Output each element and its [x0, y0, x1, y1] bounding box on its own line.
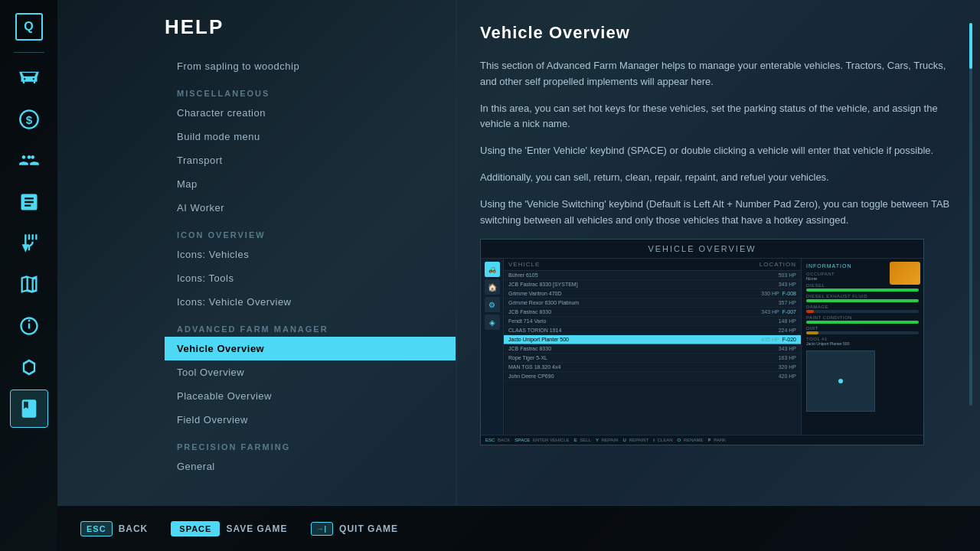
preview-table-row[interactable]: JCB Fastrac 8330343 HP	[504, 344, 801, 354]
preview-table-row[interactable]: CLAAS TORION 1914224 HP	[504, 326, 801, 335]
preview-content: 🚜 🏠 ⚙ ◈ VEHICLE LOCATION Bührer 6105503 …	[481, 259, 923, 441]
back-button[interactable]: ESC BACK	[80, 521, 148, 536]
map-dot	[838, 379, 843, 383]
section-header: MISCELLANEOUS	[165, 83, 456, 101]
menu-item[interactable]: AI Worker	[165, 196, 456, 220]
stat-exhaust: DIESEL EXHAUST FLUID	[806, 294, 919, 302]
menu-item[interactable]: Placeable Overview	[165, 384, 456, 408]
col-vehicle: VEHICLE	[508, 261, 750, 268]
preview-rows: Bührer 6105503 HPJCB Fastrac 8330 [SYSTE…	[504, 271, 801, 381]
menu-item[interactable]: Field Overview	[165, 408, 456, 432]
sidebar-item-finance[interactable]: $	[10, 100, 48, 139]
quit-game-button[interactable]: →| QUIT GAME	[311, 522, 399, 536]
sidebar-item-map[interactable]	[10, 266, 48, 304]
preview-table-row[interactable]: Fendt 714 Vario148 HP	[504, 317, 801, 326]
menu-item[interactable]: Build mode menu	[165, 125, 456, 148]
preview-table-row[interactable]: MAN TGS 18.320 4x4320 HP	[504, 363, 801, 372]
content-paragraphs: This section of Advanced Farm Manager he…	[480, 58, 957, 228]
quit-game-label: QUIT GAME	[339, 523, 398, 534]
menu-item[interactable]: Icons: Vehicles	[165, 243, 456, 266]
menu-item[interactable]: From sapling to woodchip	[165, 54, 456, 78]
stat-paint: PAINT CONDITION	[806, 315, 919, 324]
help-title: HELP	[165, 15, 456, 39]
preview-table-row[interactable]: Grimme Varitron 470D330 HPF-008	[504, 289, 801, 298]
right-panel: Vehicle Overview This section of Advance…	[457, 0, 980, 505]
menu-item[interactable]: Character creation	[165, 101, 456, 125]
preview-table-header: VEHICLE LOCATION	[504, 259, 801, 271]
stat-damage: DAMAGE	[806, 305, 919, 313]
sidebar-item-notes[interactable]	[10, 183, 48, 221]
sidebar: Q $	[0, 0, 57, 551]
preview-vehicle-image	[890, 262, 920, 285]
sidebar-item-vehicles[interactable]	[10, 59, 48, 97]
preview-icon-2: 🏠	[485, 279, 500, 295]
preview-table-row[interactable]: Rope Tiger 5-XL163 HP	[504, 354, 801, 363]
sidebar-item-help[interactable]	[10, 390, 48, 428]
scroll-indicator[interactable]	[969, 23, 972, 406]
section-header: ADVANCED FARM MANAGER	[165, 318, 456, 337]
sidebar-item-production[interactable]	[10, 224, 48, 262]
menu-item[interactable]: General	[165, 455, 456, 478]
menu-item[interactable]: Vehicle Overview	[165, 337, 456, 360]
menu-item[interactable]: Tool Overview	[165, 360, 456, 384]
sidebar-item-animals[interactable]	[10, 142, 48, 180]
preview-info-panel: INFORMATION OCCUPANT None DIESEL DIESEL …	[801, 259, 923, 441]
stat-tool: TOOL #1 Jacto Uniport Planter 500	[806, 337, 919, 346]
bottom-bar: ESC BACK SPACE SAVE GAME →| QUIT GAME	[57, 505, 980, 551]
sidebar-item-network[interactable]	[10, 348, 48, 386]
preview-table-row[interactable]: Jacto Uniport Planter 500435 HPF-020	[504, 335, 801, 344]
q-button[interactable]: Q	[10, 8, 48, 46]
save-game-button[interactable]: SPACE SAVE GAME	[171, 521, 287, 536]
preview-table-row[interactable]: JCB Fastrac 8330 [SYSTEM]343 HP	[504, 280, 801, 289]
sidebar-divider-1	[14, 52, 44, 53]
menu-container: From sapling to woodchipMISCELLANEOUSCha…	[165, 54, 456, 478]
preview-image: VEHICLE OVERVIEW 🚜 🏠 ⚙ ◈ VEHICLE LOCATIO…	[480, 239, 924, 445]
content-paragraph: This section of Advanced Farm Manager he…	[480, 58, 957, 90]
preview-table-row[interactable]: JCB Fastrac 8330343 HPF-007	[504, 308, 801, 317]
content-paragraph: In this area, you can set hot keys for t…	[480, 101, 957, 133]
section-header: PRECISION FARMING	[165, 436, 456, 455]
content-paragraph: Using the 'Enter Vehicle' keybind (SPACE…	[480, 143, 957, 159]
save-game-label: SAVE GAME	[226, 523, 287, 534]
preview-title: VEHICLE OVERVIEW	[481, 240, 923, 259]
content-paragraph: Additionally, you can sell, return, clea…	[480, 170, 957, 186]
menu-item[interactable]: Map	[165, 172, 456, 196]
content-title: Vehicle Overview	[480, 23, 957, 43]
content-paragraph: Using the 'Vehicle Switching' keybind (D…	[480, 197, 957, 229]
preview-table-row[interactable]: Bührer 6105503 HP	[504, 271, 801, 280]
sidebar-item-gear-tractor[interactable]	[10, 307, 48, 345]
preview-icon-4: ◈	[485, 315, 500, 330]
esc-badge: ESC	[80, 521, 113, 536]
space-badge: SPACE	[171, 521, 220, 536]
preview-icon-1: 🚜	[485, 262, 500, 277]
stat-fuel: DIESEL	[806, 283, 919, 292]
svg-text:$: $	[25, 113, 32, 126]
preview-table-area: VEHICLE LOCATION Bührer 6105503 HPJCB Fa…	[504, 259, 801, 441]
preview-table-row[interactable]: Grimme Rexor 6300 Platinum357 HP	[504, 298, 801, 308]
preview-icon-3: ⚙	[485, 297, 500, 312]
preview-table-row[interactable]: John Deere CP690420 HP	[504, 372, 801, 381]
menu-item[interactable]: Transport	[165, 148, 456, 172]
back-label: BACK	[119, 523, 149, 534]
section-header: ICON OVERVIEW	[165, 224, 456, 243]
main-area: HELP From sapling to woodchipMISCELLANEO…	[57, 0, 980, 505]
scroll-thumb	[969, 23, 972, 69]
stat-dirt: DIRT	[806, 326, 919, 334]
col-location: LOCATION	[750, 261, 796, 268]
left-panel: HELP From sapling to woodchipMISCELLANEO…	[57, 0, 456, 505]
preview-sidebar: 🚜 🏠 ⚙ ◈	[481, 259, 504, 441]
menu-item[interactable]: Icons: Vehicle Overview	[165, 290, 456, 314]
menu-item[interactable]: Icons: Tools	[165, 266, 456, 290]
preview-bottom-bar: ESC BACK SPACE ENTER VEHICLE E SELL Y RE…	[481, 435, 923, 445]
preview-map	[806, 350, 875, 412]
quit-badge: →|	[311, 522, 334, 536]
